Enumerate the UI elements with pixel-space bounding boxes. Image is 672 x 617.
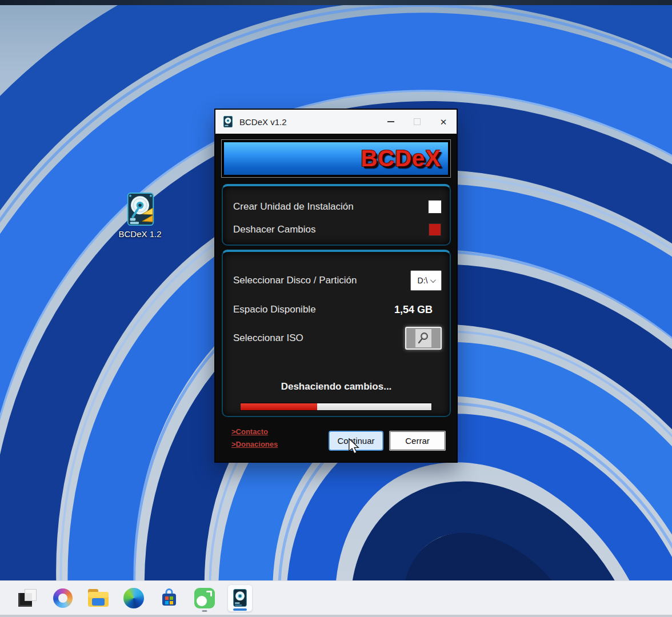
magnifier-icon — [417, 331, 430, 345]
iso-label: Seleccionar ISO — [233, 332, 303, 344]
disk-dropdown[interactable]: D:\ — [410, 270, 442, 291]
app-banner: BCDeX — [221, 139, 451, 178]
bcdex-taskbar-icon — [231, 589, 249, 607]
wallpaper-top-band — [0, 0, 672, 5]
close-window-button[interactable]: Cerrar — [390, 431, 445, 450]
footer-links: >Contacto >Donaciones — [231, 427, 278, 448]
main-panel: Seleccionar Disco / Partición D:\ Espaci… — [222, 250, 451, 417]
taskbar-item-screen-recorder[interactable] — [192, 584, 217, 612]
overlapping-windows-icon — [17, 588, 38, 608]
space-label: Espacio Disponible — [233, 304, 316, 315]
window-titlebar[interactable]: BCDeX v1.2 ✕ — [215, 110, 457, 134]
options-panel: Crear Unidad de Instalación Deshacer Cam… — [222, 184, 451, 246]
window-app-icon — [222, 116, 234, 127]
progress-bar — [240, 403, 432, 411]
close-icon: ✕ — [440, 118, 447, 126]
donations-link[interactable]: >Donaciones — [231, 440, 278, 448]
option-label-deshacer: Deshacer Cambios — [233, 224, 316, 235]
microsoft-store-icon — [159, 588, 179, 608]
maximize-icon — [414, 118, 421, 125]
taskbar-item-microsoft-store[interactable] — [157, 584, 182, 612]
running-indicator — [202, 610, 207, 612]
space-value: 1,54 GB — [394, 304, 433, 316]
contact-link[interactable]: >Contacto — [231, 427, 278, 436]
minimize-icon — [387, 121, 394, 122]
desktop-shortcut-bcdex[interactable]: BCDeX 1.2 — [113, 192, 167, 239]
screen-recorder-icon — [194, 588, 215, 608]
minimize-button[interactable] — [378, 110, 404, 134]
desktop-shortcut-label: BCDeX 1.2 — [118, 229, 161, 239]
window-title: BCDeX v1.2 — [239, 117, 287, 127]
bcdex-window: BCDeX v1.2 ✕ BCDeX Crear Unidad de Insta… — [214, 109, 458, 463]
app-logo: BCDeX — [361, 146, 441, 171]
status-text: Deshaciendo cambios... — [223, 381, 450, 392]
copilot-icon — [53, 588, 73, 608]
progress-fill — [241, 403, 317, 410]
taskbar — [0, 580, 672, 617]
disk-dropdown-value: D:\ — [418, 276, 428, 285]
maximize-button[interactable] — [404, 110, 430, 134]
taskbar-item-bcdex[interactable] — [227, 584, 253, 612]
folder-icon — [87, 588, 110, 608]
checkbox-deshacer-cambios[interactable] — [429, 223, 441, 236]
taskbar-item-copilot[interactable] — [50, 584, 75, 612]
browse-iso-button[interactable] — [405, 327, 442, 350]
option-label-crear: Crear Unidad de Instalación — [233, 201, 354, 213]
chevron-down-icon — [430, 277, 436, 283]
taskbar-item-desktop-peek[interactable] — [15, 584, 40, 612]
edge-icon — [123, 588, 144, 608]
active-indicator — [233, 608, 247, 611]
checkbox-crear-unidad[interactable] — [428, 200, 442, 214]
close-button[interactable]: ✕ — [430, 110, 457, 134]
continue-button[interactable]: Continuar — [329, 431, 383, 451]
hdd-icon — [122, 192, 158, 227]
taskbar-item-file-explorer[interactable] — [86, 584, 111, 612]
taskbar-item-edge[interactable] — [121, 584, 146, 612]
disk-label: Seleccionar Disco / Partición — [233, 275, 357, 286]
